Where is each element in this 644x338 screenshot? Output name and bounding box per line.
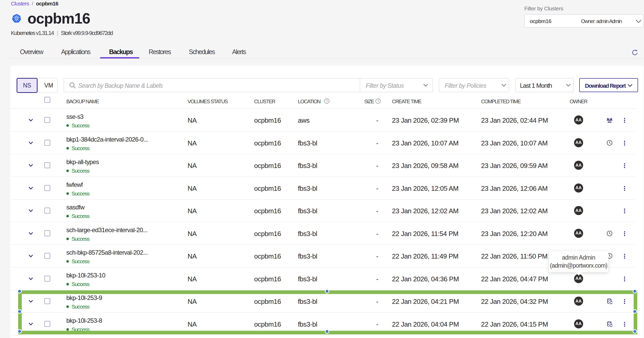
svg-text:?: ? [326,99,328,103]
svg-text:?: ? [377,99,379,103]
